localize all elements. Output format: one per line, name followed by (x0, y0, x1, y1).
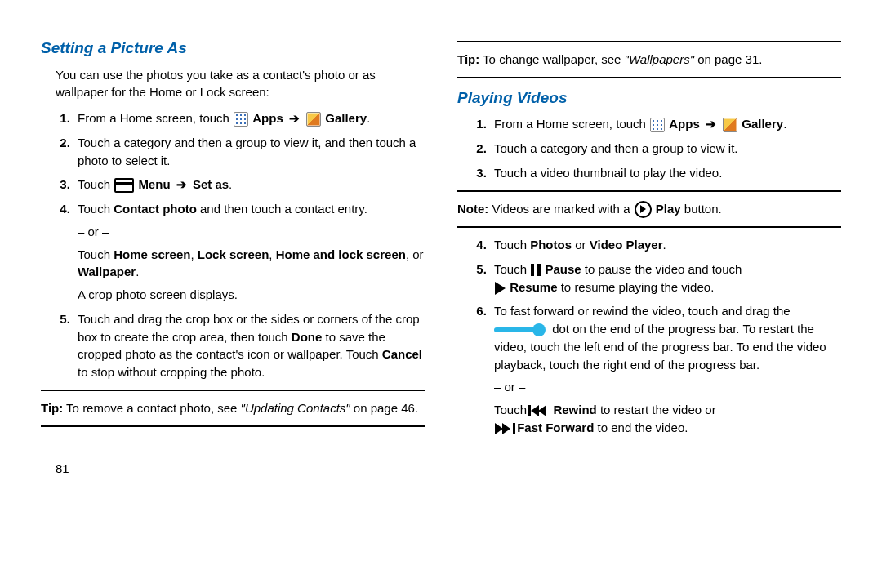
play-icon (495, 282, 506, 295)
rewind-icon (531, 405, 549, 416)
step-6: To fast forward or rewind the video, tou… (490, 302, 841, 436)
tip-updating-contacts: Tip: To remove a contact photo, see "Upd… (41, 399, 425, 417)
arrow-icon: ➔ (176, 177, 187, 191)
divider (41, 390, 425, 391)
step-3: Touch a video thumbnail to play the vide… (490, 164, 841, 182)
step-2: Touch a category and then a group to vie… (74, 134, 425, 170)
step-4: Touch Contact photo and then touch a con… (74, 200, 425, 304)
divider (41, 425, 425, 427)
divider (457, 226, 841, 228)
step-4: Touch Photos or Video Player. (490, 236, 841, 254)
divider (457, 77, 841, 78)
heading-playing-videos: Playing Videos (457, 87, 841, 109)
step-1: From a Home screen, touch Apps ➔ Gallery… (490, 115, 841, 133)
step-5: Touch Pause to pause the video and touch… (490, 261, 841, 296)
steps-list-right-a: From a Home screen, touch Apps ➔ Gallery… (457, 115, 841, 181)
divider (457, 190, 841, 192)
heading-setting-picture-as: Setting a Picture As (41, 37, 425, 60)
divider (457, 41, 841, 42)
fast-forward-icon (495, 423, 513, 434)
step-3: Touch Menu ➔ Set as. (74, 176, 425, 194)
left-column: Setting a Picture As You can use the pho… (41, 33, 425, 477)
arrow-icon: ➔ (289, 111, 300, 125)
gallery-icon (306, 112, 321, 127)
intro-text: You can use the photos you take as a con… (56, 66, 425, 102)
manual-page: Setting a Picture As You can use the pho… (0, 0, 882, 501)
steps-list-right-b: Touch Photos or Video Player. Touch Paus… (457, 236, 841, 437)
steps-list-left: From a Home screen, touch Apps ➔ Gallery… (41, 109, 425, 381)
step-5: Touch and drag the crop box or the sides… (74, 310, 425, 381)
right-column: Tip: To change wallpaper, see "Wallpaper… (457, 33, 841, 477)
note-play-button: Note: Videos are marked with a Play butt… (457, 200, 841, 219)
menu-icon (114, 178, 134, 193)
step-2: Touch a category and then a group to vie… (490, 140, 841, 158)
pause-icon (531, 264, 541, 276)
page-number: 81 (41, 460, 425, 478)
arrow-icon: ➔ (706, 117, 716, 131)
apps-icon (650, 118, 665, 132)
step-1: From a Home screen, touch Apps ➔ Gallery… (74, 109, 425, 127)
tip-wallpapers: Tip: To change wallpaper, see "Wallpaper… (457, 51, 841, 69)
progress-bar-icon (494, 327, 539, 332)
apps-icon (234, 112, 248, 127)
gallery-icon (723, 118, 737, 132)
play-circle-icon (635, 201, 652, 218)
